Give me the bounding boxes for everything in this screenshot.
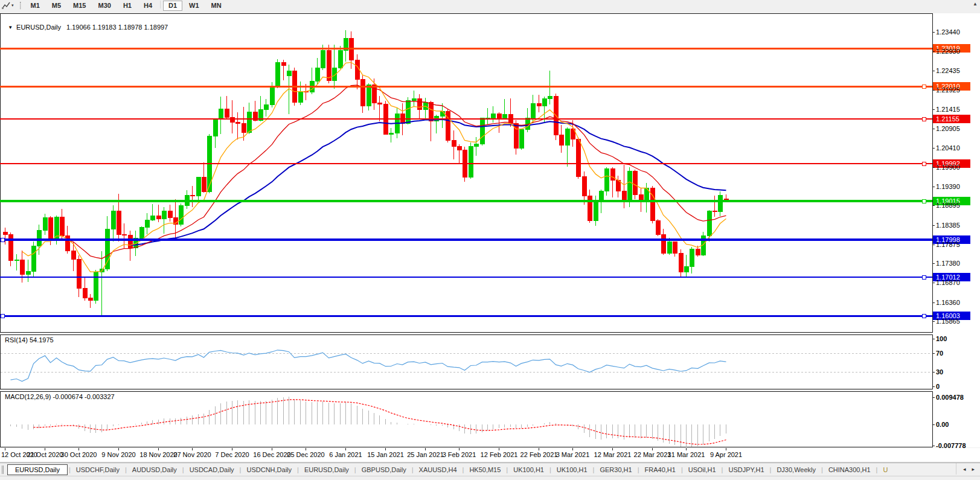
svg-text:12 Feb 2021: 12 Feb 2021	[481, 451, 518, 458]
svg-text:1.16360: 1.16360	[936, 299, 960, 306]
chart-tab-8-hk50-m15[interactable]: HK50,M15	[464, 464, 506, 475]
chart-tab-10-uk100-h1[interactable]: UK100,H1	[551, 464, 593, 475]
svg-text:1.21415: 1.21415	[936, 106, 960, 113]
chart-tab-7-xauusd-h4[interactable]: XAUUSD,H4	[414, 464, 463, 475]
chart-dropdown-icon[interactable]: ▼	[8, 25, 13, 30]
line-handle-icon[interactable]	[922, 314, 926, 318]
rsi-indicator-label: RSI(14) 54.1975	[5, 336, 54, 344]
tab-scroll-right-button[interactable]: ▸	[969, 466, 978, 472]
svg-text:31 Mar 2021: 31 Mar 2021	[668, 451, 705, 458]
svg-text:16 Dec 2020: 16 Dec 2020	[253, 451, 290, 458]
tab-scroll-left-button[interactable]: ◂	[960, 466, 969, 472]
svg-text:1.20905: 1.20905	[936, 125, 960, 132]
price-badge-1-21155: 1.21155	[936, 115, 959, 123]
svg-text:7 Dec 2020: 7 Dec 2020	[215, 451, 249, 458]
svg-text:0: 0	[936, 383, 940, 390]
svg-text:1.18385: 1.18385	[936, 222, 960, 229]
line-handle-icon[interactable]	[922, 117, 926, 121]
svg-text:3 Feb 2021: 3 Feb 2021	[443, 451, 476, 458]
chart-tab-2-audusd-daily[interactable]: AUDUSD,Daily	[127, 464, 182, 475]
svg-text:1.19900: 1.19900	[936, 164, 960, 171]
chart-symbol-label: EURUSD,Daily	[16, 24, 61, 31]
chart-tab-11-ger30-h1[interactable]: GER30,H1	[594, 464, 637, 475]
svg-text:1.19390: 1.19390	[936, 183, 960, 190]
chart-tab-5-eurusd-daily[interactable]: EURUSD,Daily	[299, 464, 354, 475]
svg-text:1.23440: 1.23440	[936, 28, 960, 36]
line-handle-icon[interactable]	[922, 162, 926, 165]
chart-tab-1-usdchf-daily[interactable]: USDCHF,Daily	[71, 464, 125, 475]
trading-platform-window: { "window": {"collapse_arrow": "▲"}, "to…	[0, 0, 980, 480]
chart-tab-0-eurusd-daily[interactable]: EURUSD,Daily	[7, 464, 68, 475]
line-handle-icon[interactable]	[1, 238, 4, 242]
chart-tab-6-gbpusd-daily[interactable]: GBPUSD,Daily	[356, 464, 412, 475]
svg-text:3 Mar 2021: 3 Mar 2021	[556, 451, 590, 458]
svg-text:100: 100	[936, 335, 947, 342]
svg-text:22 Feb 2021: 22 Feb 2021	[520, 451, 558, 458]
chart-panels	[0, 13, 980, 461]
svg-text:22 Mar 2021: 22 Mar 2021	[634, 451, 671, 458]
svg-text:1.18895: 1.18895	[936, 202, 960, 209]
svg-text:9 Nov 2020: 9 Nov 2020	[101, 451, 135, 458]
svg-text:1.16870: 1.16870	[936, 279, 960, 286]
svg-text:30: 30	[936, 368, 943, 376]
line-handle-icon[interactable]	[1, 314, 4, 318]
svg-text:21 Oct 2020: 21 Oct 2020	[27, 451, 63, 458]
svg-text:18 Nov 2020: 18 Nov 2020	[139, 451, 177, 458]
svg-text:9 Apr 2021: 9 Apr 2021	[710, 451, 742, 458]
svg-text:1.17380: 1.17380	[936, 260, 960, 267]
svg-text:0.009478: 0.009478	[936, 394, 964, 401]
svg-text:1.17875: 1.17875	[936, 241, 960, 248]
svg-text:1.22930: 1.22930	[936, 48, 960, 55]
chart-tab-17-u[interactable]: U	[877, 464, 893, 475]
svg-text:12 Mar 2021: 12 Mar 2021	[594, 451, 632, 458]
svg-text:30 Oct 2020: 30 Oct 2020	[61, 451, 97, 458]
chart-tab-15-dj30-weekly[interactable]: DJ30,Weekly	[771, 464, 821, 475]
svg-text:70: 70	[936, 350, 943, 357]
line-handle-icon[interactable]	[922, 199, 926, 203]
chart-ohlc-values: 1.19066 1.19183 1.18978 1.18997	[66, 24, 168, 31]
chart-tab-14-usdjpy-h1[interactable]: USDJPY,H1	[723, 464, 769, 475]
chart-tab-16-china300-h1[interactable]: CHINA300,H1	[823, 464, 876, 475]
chart-tabs: EURUSD,Daily|USDCHF,Daily|AUDUSD,Daily|U…	[7, 463, 893, 476]
svg-text:6 Jan 2021: 6 Jan 2021	[329, 451, 362, 458]
chart-tab-bar: EURUSD,Daily|USDCHF,Daily|AUDUSD,Daily|U…	[0, 462, 980, 476]
macd-indicator-label: MACD(12,26,9) -0.000674 -0.003327	[5, 393, 115, 400]
svg-text:1.15865: 1.15865	[936, 318, 960, 325]
svg-text:15 Jan 2021: 15 Jan 2021	[367, 451, 404, 458]
chart-tab-3-usdcad-daily[interactable]: USDCAD,Daily	[184, 464, 240, 475]
svg-text:27 Nov 2020: 27 Nov 2020	[173, 451, 211, 458]
chart-tab-4-usdcnh-daily[interactable]: USDCNH,Daily	[241, 464, 297, 475]
svg-text:1.22435: 1.22435	[936, 67, 960, 74]
chart-title: ▼EURUSD,Daily1.19066 1.19183 1.18978 1.1…	[4, 16, 168, 31]
svg-text:-0.007778: -0.007778	[936, 442, 966, 449]
line-handle-icon[interactable]	[922, 85, 926, 88]
svg-text:25 Dec 2020: 25 Dec 2020	[287, 451, 324, 458]
svg-text:1.21925: 1.21925	[936, 86, 960, 94]
svg-text:0.00: 0.00	[936, 421, 949, 428]
svg-text:1.20410: 1.20410	[936, 144, 960, 152]
tab-scroll-arrows: ◂ ▸	[956, 463, 980, 475]
line-handle-icon[interactable]	[922, 275, 926, 279]
chart-canvas[interactable]: 1.230191.220101.211551.199921.190151.179…	[0, 0, 980, 462]
chart-tab-13-usoil-h1[interactable]: USOil,H1	[683, 464, 722, 475]
tabbar-grip[interactable]	[2, 466, 4, 474]
svg-text:25 Jan 2021: 25 Jan 2021	[407, 451, 444, 458]
chart-tab-12-fra40-h1[interactable]: FRA40,H1	[639, 464, 681, 475]
chart-tab-9-uk100-h1[interactable]: UK100,H1	[508, 464, 549, 475]
